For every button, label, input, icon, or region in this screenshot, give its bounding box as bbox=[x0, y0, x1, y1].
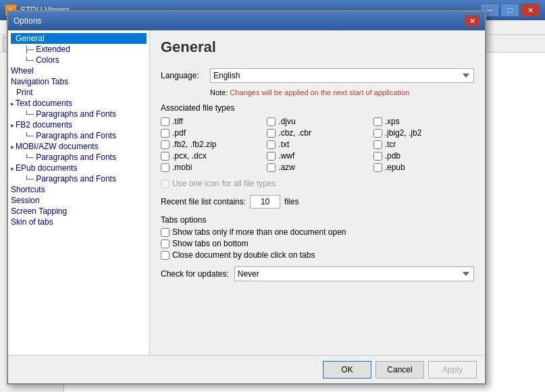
ft-tcr-checkbox[interactable] bbox=[373, 140, 382, 149]
cancel-button[interactable]: Cancel bbox=[375, 361, 424, 379]
dialog-titlebar-buttons: ✕ bbox=[465, 15, 479, 27]
tree-item-nav-tabs[interactable]: Navigation Tabs bbox=[11, 76, 147, 87]
expand-icon: ▾ bbox=[11, 35, 14, 43]
tree-item-mobi-docs[interactable]: ▸ MOBI/AZW documents bbox=[11, 141, 147, 152]
tree-item-colors[interactable]: └─ Colors bbox=[11, 55, 147, 65]
node-icon: └─ bbox=[24, 154, 34, 161]
ft-cbz[interactable]: .cbz, .cbr bbox=[267, 128, 367, 138]
ft-wwf-checkbox[interactable] bbox=[267, 152, 276, 161]
dialog-title: Options bbox=[14, 16, 41, 26]
check-updates-row: Check for updates: Never Daily Weekly Mo… bbox=[161, 267, 474, 281]
tree-item-epub-para[interactable]: └─ Paragraphs and Fonts bbox=[11, 173, 147, 184]
check-updates-label: Check for updates: bbox=[161, 269, 229, 279]
ft-epub[interactable]: .epub bbox=[373, 163, 474, 172]
ft-xps-checkbox[interactable] bbox=[373, 117, 382, 126]
tree-panel: ▾ General ├─ Extended └─ Colors Wheel Na… bbox=[8, 30, 150, 355]
language-select[interactable]: English Russian German French Spanish bbox=[210, 68, 474, 83]
expand-icon-mobi: ▸ bbox=[11, 143, 14, 150]
dialog-titlebar: Options ✕ bbox=[8, 11, 485, 30]
file-types-grid: .tiff .djvu .xps .pdf .cbz, .cbr bbox=[161, 117, 474, 172]
tabs-options-label: Tabs options bbox=[161, 215, 474, 225]
apply-button[interactable]: Apply bbox=[428, 361, 477, 379]
dialog-footer: OK Cancel Apply bbox=[8, 355, 485, 383]
node-icon: ├─ bbox=[24, 46, 34, 53]
node-icon: └─ bbox=[24, 175, 34, 183]
tree-item-epub-docs[interactable]: ▸ EPub documents bbox=[11, 163, 147, 173]
tree-item-session[interactable]: Session bbox=[11, 195, 147, 206]
use-one-icon-row[interactable]: Use one icon for all file types bbox=[161, 179, 474, 188]
tree-item-screen-tapping[interactable]: Screen Tapping bbox=[11, 206, 147, 217]
tabs-opt-1[interactable]: Show tabs only if more than one document… bbox=[161, 227, 474, 237]
node-icon: └─ bbox=[24, 111, 34, 118]
ft-tiff-checkbox[interactable] bbox=[161, 117, 170, 126]
ft-mobi[interactable]: .mobi bbox=[161, 163, 261, 172]
tree-item-fb2-docs[interactable]: ▸ FB2 documents bbox=[11, 119, 147, 130]
tree-item-mobi-para[interactable]: └─ Paragraphs and Fonts bbox=[11, 152, 147, 163]
tabs-options-section: Tabs options Show tabs only if more than… bbox=[161, 215, 474, 260]
language-label: Language: bbox=[161, 71, 205, 80]
node-icon: └─ bbox=[24, 57, 34, 64]
app-maximize-btn[interactable]: □ bbox=[500, 3, 519, 17]
tabs-opt-3[interactable]: Close document by double click on tabs bbox=[161, 250, 474, 260]
ft-pdb-checkbox[interactable] bbox=[373, 152, 382, 161]
note-text: Note: Changes will be applied on the nex… bbox=[210, 88, 474, 96]
language-row: Language: English Russian German French … bbox=[161, 68, 474, 83]
ft-wwf[interactable]: .wwf bbox=[267, 151, 367, 161]
ft-fb2[interactable]: .fb2, .fb2.zip bbox=[161, 140, 261, 149]
app-titlebar-buttons: ─ □ ✕ bbox=[480, 3, 540, 17]
recent-input[interactable] bbox=[250, 195, 280, 208]
tree-item-extended[interactable]: ├─ Extended bbox=[11, 44, 147, 55]
expand-icon-fb2: ▸ bbox=[11, 121, 14, 129]
tree-item-text-para[interactable]: └─ Paragraphs and Fonts bbox=[11, 109, 147, 119]
content-panel: General Language: English Russian German… bbox=[150, 30, 485, 355]
ft-tiff[interactable]: .tiff bbox=[161, 117, 261, 126]
ft-jbig2[interactable]: .jbig2, .jb2 bbox=[373, 128, 474, 138]
tabs-opt-1-checkbox[interactable] bbox=[161, 228, 170, 237]
ft-pdf-checkbox[interactable] bbox=[161, 129, 170, 138]
ft-mobi-checkbox[interactable] bbox=[161, 163, 170, 172]
ft-pcx-checkbox[interactable] bbox=[161, 152, 170, 161]
ft-xps[interactable]: .xps bbox=[373, 117, 474, 126]
ft-djvu[interactable]: .djvu bbox=[267, 117, 367, 126]
file-types-section-label: Associated file types bbox=[161, 103, 474, 113]
ft-txt-checkbox[interactable] bbox=[267, 140, 276, 149]
use-one-icon-label: Use one icon for all file types bbox=[172, 179, 276, 188]
recent-row: Recent file list contains: files bbox=[161, 195, 474, 208]
tree-item-skin-tabs[interactable]: Skin of tabs bbox=[11, 217, 147, 227]
tabs-opt-2[interactable]: Show tabs on bottom bbox=[161, 239, 474, 248]
ft-fb2-checkbox[interactable] bbox=[161, 140, 170, 149]
ft-txt[interactable]: .txt bbox=[267, 140, 367, 149]
dialog-body: ▾ General ├─ Extended └─ Colors Wheel Na… bbox=[8, 30, 485, 355]
recent-suffix: files bbox=[284, 197, 299, 206]
tree-item-text-docs[interactable]: ▸ Text documents bbox=[11, 98, 147, 109]
ok-button[interactable]: OK bbox=[323, 361, 371, 379]
ft-cbz-checkbox[interactable] bbox=[267, 129, 276, 138]
recent-label: Recent file list contains: bbox=[161, 197, 246, 206]
options-dialog: Options ✕ ▾ General ├─ Extended └─ Colo bbox=[7, 10, 486, 385]
dialog-close-btn[interactable]: ✕ bbox=[465, 15, 479, 27]
ft-tcr[interactable]: .tcr bbox=[373, 140, 474, 149]
use-one-icon-checkbox bbox=[161, 179, 170, 188]
tree-item-wheel[interactable]: Wheel bbox=[11, 65, 147, 76]
ft-pdb[interactable]: .pdb bbox=[373, 151, 474, 161]
expand-icon-text: ▸ bbox=[11, 100, 14, 107]
expand-icon-epub: ▸ bbox=[11, 165, 14, 172]
ft-azw[interactable]: .azw bbox=[267, 163, 367, 172]
ft-pdf[interactable]: .pdf bbox=[161, 128, 261, 138]
tree-item-fb2-para[interactable]: └─ Paragraphs and Fonts bbox=[11, 130, 147, 141]
tree-item-shortcuts[interactable]: Shortcuts bbox=[11, 184, 147, 195]
tree-item-general[interactable]: ▾ General bbox=[11, 33, 147, 44]
ft-jbig2-checkbox[interactable] bbox=[373, 129, 382, 138]
app-close-btn[interactable]: ✕ bbox=[521, 3, 540, 17]
tabs-opt-2-checkbox[interactable] bbox=[161, 240, 170, 248]
node-icon: └─ bbox=[24, 132, 34, 140]
ft-azw-checkbox[interactable] bbox=[267, 163, 276, 172]
ft-djvu-checkbox[interactable] bbox=[267, 117, 276, 126]
check-updates-select[interactable]: Never Daily Weekly Monthly bbox=[234, 267, 474, 281]
tabs-opt-3-checkbox[interactable] bbox=[161, 251, 170, 260]
ft-epub-checkbox[interactable] bbox=[373, 163, 382, 172]
tree-item-print[interactable]: Print bbox=[11, 87, 147, 98]
content-title: General bbox=[161, 38, 474, 60]
ft-pcx[interactable]: .pcx, .dcx bbox=[161, 151, 261, 161]
